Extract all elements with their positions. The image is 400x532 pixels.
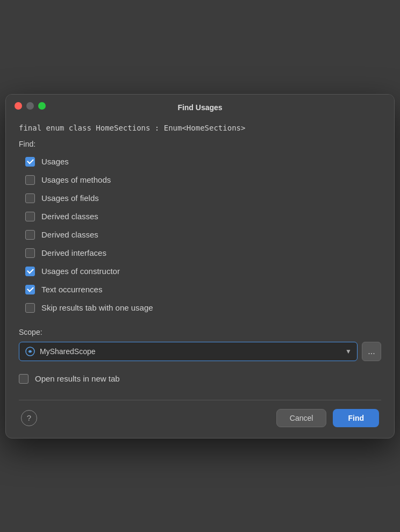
checkbox-derived-classes-1[interactable]: Derived classes	[25, 209, 381, 225]
scope-section: Scope: MySharedScope ▼ ...	[19, 328, 381, 361]
checkbox-derived-classes-2[interactable]: Derived classes	[25, 227, 381, 243]
help-button[interactable]: ?	[21, 410, 37, 426]
scope-label: Scope:	[19, 328, 381, 336]
dialog-body: final enum class HomeSections : Enum<Hom…	[6, 117, 394, 438]
checkbox-usages-of-fields-label: Usages of fields	[41, 193, 99, 203]
checkbox-derived-interfaces[interactable]: Derived interfaces	[25, 245, 381, 261]
open-results-checkbox[interactable]	[19, 374, 28, 384]
checkbox-derived-classes-1-box[interactable]	[25, 212, 35, 221]
find-usages-dialog: Find Usages final enum class HomeSection…	[5, 94, 395, 438]
checkbox-usages-of-methods-box[interactable]	[25, 175, 35, 185]
window-controls	[15, 102, 46, 110]
checkbox-skip-results-label: Skip results tab with one usage	[41, 303, 153, 312]
checkbox-usages-of-constructor[interactable]: Usages of constructor	[25, 263, 381, 279]
dropdown-arrow-icon: ▼	[345, 348, 352, 355]
find-section-label: Find:	[19, 140, 381, 148]
checkbox-usages-label: Usages	[41, 157, 69, 166]
checkbox-skip-results[interactable]: Skip results tab with one usage	[25, 300, 381, 316]
find-button[interactable]: Find	[333, 409, 379, 427]
checkbox-usages-box[interactable]	[25, 157, 35, 167]
checkbox-derived-interfaces-box[interactable]	[25, 248, 35, 258]
scope-row: MySharedScope ▼ ...	[19, 342, 381, 361]
scope-more-button[interactable]: ...	[362, 342, 381, 361]
minimize-button[interactable]	[26, 102, 34, 110]
checkbox-usages-of-fields-box[interactable]	[25, 193, 35, 203]
checkbox-usages-of-constructor-label: Usages of constructor	[41, 267, 120, 276]
checkbox-usages-of-constructor-box[interactable]	[25, 267, 35, 276]
open-results-row[interactable]: Open results in new tab	[19, 371, 381, 387]
scope-icon	[25, 346, 35, 357]
checkbox-usages-of-fields[interactable]: Usages of fields	[25, 190, 381, 206]
footer: ? Cancel Find	[19, 409, 381, 427]
title-bar: Find Usages	[6, 95, 394, 117]
checkbox-derived-interfaces-label: Derived interfaces	[41, 248, 106, 257]
open-results-label: Open results in new tab	[35, 374, 120, 383]
footer-divider	[19, 400, 381, 400]
checkbox-usages-of-methods[interactable]: Usages of methods	[25, 172, 381, 188]
checkbox-text-occurrences-box[interactable]	[25, 285, 35, 294]
close-button[interactable]	[15, 102, 22, 110]
checkbox-usages[interactable]: Usages	[25, 154, 381, 170]
footer-buttons: Cancel Find	[276, 409, 379, 427]
maximize-button[interactable]	[38, 102, 46, 110]
checkbox-derived-classes-1-label: Derived classes	[41, 212, 98, 221]
checkbox-text-occurrences-label: Text occurrences	[41, 285, 102, 294]
scope-dropdown-text: MySharedScope	[40, 347, 345, 356]
checkboxes-group: Usages Usages of methods Usages of field…	[25, 154, 381, 316]
checkbox-text-occurrences[interactable]: Text occurrences	[25, 282, 381, 298]
cancel-button[interactable]: Cancel	[276, 409, 327, 427]
checkbox-derived-classes-2-box[interactable]	[25, 230, 35, 240]
checkbox-derived-classes-2-label: Derived classes	[41, 230, 98, 239]
checkbox-skip-results-box[interactable]	[25, 303, 35, 313]
dialog-title: Find Usages	[177, 103, 222, 112]
class-declaration: final enum class HomeSections : Enum<Hom…	[19, 124, 381, 132]
checkbox-usages-of-methods-label: Usages of methods	[41, 175, 111, 184]
svg-rect-1	[29, 350, 31, 353]
scope-dropdown[interactable]: MySharedScope ▼	[19, 342, 358, 361]
